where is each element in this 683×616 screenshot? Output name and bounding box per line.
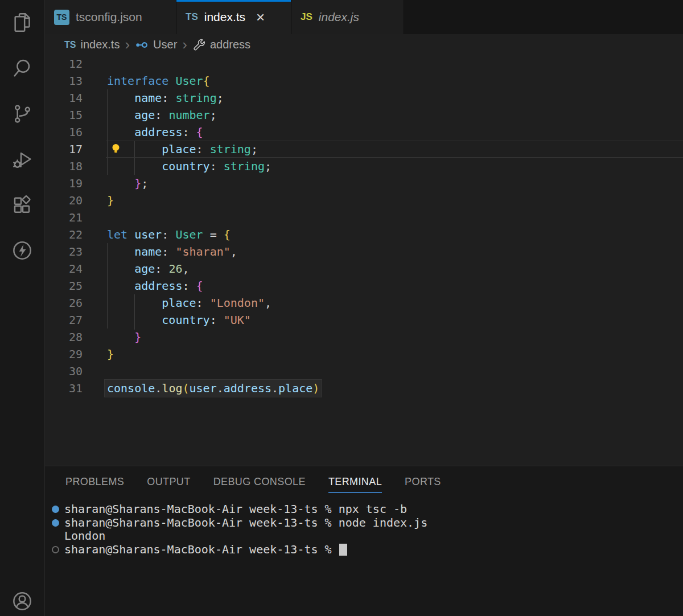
tab-label: index.ts [204, 10, 245, 24]
line-number[interactable]: 13 [45, 72, 83, 89]
account-icon[interactable] [0, 578, 44, 616]
code-line[interactable]: 14 name: string; [45, 89, 683, 106]
code-text: name: "sharan", [107, 243, 237, 260]
code-text: address: { [107, 277, 203, 294]
terminal[interactable]: sharan@Sharans-MacBook-Air week-13-ts % … [45, 503, 683, 557]
vscode-window: TS tsconfig.json TS index.ts × JS index.… [0, 0, 683, 616]
command-success-decoration-icon[interactable] [52, 519, 59, 527]
code-editor[interactable]: 1213interface User{14 name: string;15 ag… [45, 55, 683, 466]
tab-index-js[interactable]: JS index.js [291, 0, 404, 34]
terminal-text: London [64, 529, 105, 543]
source-control-icon[interactable] [0, 91, 44, 137]
panel-tab-output[interactable]: OUTPUT [147, 476, 190, 493]
line-number[interactable]: 12 [45, 55, 83, 72]
line-number[interactable]: 15 [45, 106, 83, 124]
editor-group: TS tsconfig.json TS index.ts × JS index.… [45, 0, 683, 616]
command-pending-decoration-icon[interactable] [52, 546, 59, 553]
code-line[interactable]: 17 place: string; [45, 141, 683, 158]
search-icon[interactable] [0, 46, 44, 91]
extensions-icon[interactable] [0, 182, 44, 228]
code-line[interactable]: 19 }; [45, 175, 683, 192]
code-line[interactable]: 29} [45, 346, 683, 363]
symbol-interface-icon [135, 38, 149, 52]
line-number[interactable]: 20 [45, 192, 83, 209]
bottom-panel: PROBLEMS OUTPUT DEBUG CONSOLE TERMINAL P… [45, 466, 683, 616]
code-text: age: number; [107, 106, 217, 124]
terminal-text: sharan@Sharans-MacBook-Air week-13-ts % [64, 543, 339, 556]
close-icon[interactable]: × [256, 10, 265, 24]
code-text: place: string; [107, 141, 258, 158]
code-text: } [107, 346, 114, 363]
explorer-icon[interactable] [0, 0, 44, 46]
line-number[interactable]: 14 [45, 89, 83, 106]
tab-label: tsconfig.json [76, 10, 142, 24]
code-text: address: { [107, 124, 203, 141]
tab-label: index.js [319, 10, 359, 24]
terminal-line[interactable]: sharan@Sharans-MacBook-Air week-13-ts % … [45, 516, 683, 530]
code-line[interactable]: 16 address: { [45, 124, 683, 141]
code-line[interactable]: 24 age: 26, [45, 260, 683, 277]
code-line[interactable]: 20} [45, 192, 683, 209]
tab-tsconfig-json[interactable]: TS tsconfig.json [45, 0, 176, 34]
tsconfig-file-icon: TS [54, 10, 69, 25]
code-line[interactable]: 27 country: "UK" [45, 311, 683, 328]
typescript-file-icon: TS [64, 40, 76, 50]
line-number[interactable]: 27 [45, 311, 83, 328]
line-number[interactable]: 17 [45, 141, 83, 158]
line-number[interactable]: 28 [45, 328, 83, 346]
code-line[interactable]: 18 country: string; [45, 158, 683, 175]
code-line[interactable]: 12 [45, 55, 683, 72]
line-number[interactable]: 22 [45, 226, 83, 243]
breadcrumb: TS index.ts › User › address [45, 34, 683, 55]
line-number[interactable]: 26 [45, 294, 83, 311]
terminal-line[interactable]: sharan@Sharans-MacBook-Air week-13-ts % … [45, 503, 683, 516]
code-text: place: "London", [107, 294, 271, 311]
code-line[interactable]: 28 } [45, 328, 683, 346]
code-line[interactable]: 15 age: number; [45, 106, 683, 124]
chevron-right-icon: › [125, 39, 130, 51]
command-success-decoration-icon[interactable] [52, 506, 59, 513]
code-line[interactable]: 21 [45, 209, 683, 226]
line-number[interactable]: 21 [45, 209, 83, 226]
code-line[interactable]: 31console.log(user.address.place) [45, 380, 683, 397]
code-text: console.log(user.address.place) [105, 380, 322, 397]
line-number[interactable]: 31 [45, 380, 83, 397]
tab-bar: TS tsconfig.json TS index.ts × JS index.… [45, 0, 683, 34]
line-number[interactable]: 24 [45, 260, 83, 277]
run-and-debug-icon[interactable] [0, 137, 44, 182]
code-area[interactable]: 1213interface User{14 name: string;15 ag… [45, 55, 683, 397]
terminal-line[interactable]: London [45, 529, 683, 543]
line-number[interactable]: 18 [45, 158, 83, 175]
panel-tab-debug-console[interactable]: DEBUG CONSOLE [213, 476, 306, 493]
line-number[interactable]: 25 [45, 277, 83, 294]
code-text: } [107, 328, 141, 346]
line-number[interactable]: 30 [45, 363, 83, 380]
chevron-right-icon: › [182, 39, 187, 51]
code-line[interactable]: 25 address: { [45, 277, 683, 294]
code-text: let user: User = { [107, 226, 231, 243]
terminal-cursor [339, 544, 347, 556]
code-line[interactable]: 30 [45, 363, 683, 380]
symbol-property-wrench-icon [192, 38, 205, 51]
line-number[interactable]: 16 [45, 124, 83, 141]
code-line[interactable]: 22let user: User = { [45, 226, 683, 243]
breadcrumb-symbol-user[interactable]: User [153, 38, 177, 51]
tab-index-ts[interactable]: TS index.ts × [176, 0, 291, 34]
code-text: } [107, 192, 114, 209]
code-text: interface User{ [107, 72, 210, 89]
code-line[interactable]: 23 name: "sharan", [45, 243, 683, 260]
breadcrumb-symbol-address[interactable]: address [210, 38, 250, 51]
line-number[interactable]: 23 [45, 243, 83, 260]
thunder-client-icon[interactable] [0, 228, 44, 273]
terminal-line[interactable]: sharan@Sharans-MacBook-Air week-13-ts % [45, 543, 683, 557]
panel-tab-ports[interactable]: PORTS [405, 476, 441, 493]
code-line[interactable]: 26 place: "London", [45, 294, 683, 311]
code-text: }; [107, 175, 148, 192]
code-line[interactable]: 13interface User{ [45, 72, 683, 89]
line-number[interactable]: 19 [45, 175, 83, 192]
terminal-text: sharan@Sharans-MacBook-Air week-13-ts % … [64, 502, 407, 516]
line-number[interactable]: 29 [45, 346, 83, 363]
panel-tab-problems[interactable]: PROBLEMS [65, 476, 124, 493]
breadcrumb-file[interactable]: index.ts [80, 38, 120, 51]
panel-tab-terminal[interactable]: TERMINAL [328, 476, 382, 493]
